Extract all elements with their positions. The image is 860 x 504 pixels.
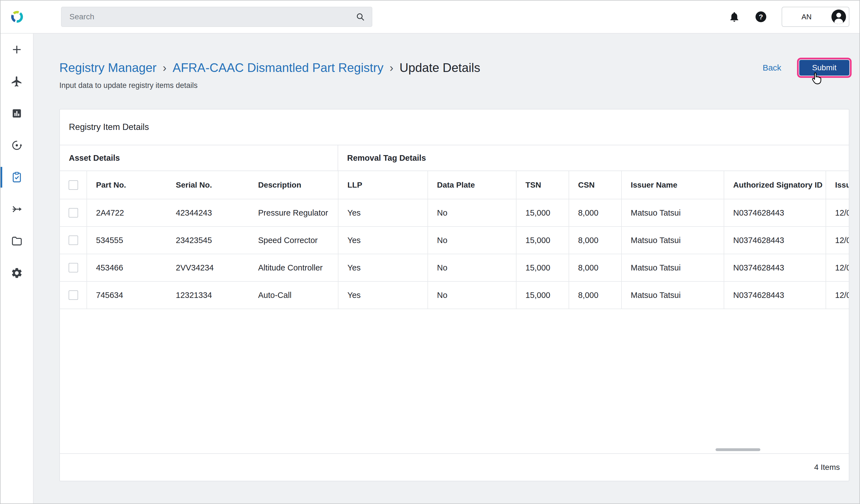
items-count: 4 Items [814, 463, 840, 472]
logo-icon [10, 10, 24, 24]
page-header: Registry Manager › AFRA-CAAC Dismantled … [59, 59, 849, 76]
row-checkbox[interactable] [69, 235, 78, 245]
top-bar: ? AN [1, 1, 859, 33]
clipboard-check-icon [11, 171, 23, 183]
cell-llp: Yes [338, 254, 428, 282]
cell-csn: 8,000 [569, 254, 621, 282]
sidebar-item-registry[interactable] [1, 161, 33, 193]
sidebar [1, 33, 33, 503]
table-empty-area [60, 309, 849, 453]
table-row: 4534662VV34234Altitude ControllerYesNo15… [60, 254, 849, 282]
sidebar-item-reports[interactable] [1, 98, 33, 129]
bell-icon [728, 11, 740, 23]
select-all-cell [60, 171, 87, 199]
cell-part-no: 453466 [87, 254, 167, 282]
cell-part-no: 745634 [87, 282, 167, 309]
row-select-cell [60, 199, 87, 227]
select-all-checkbox[interactable] [69, 180, 78, 190]
cell-issuer-name: Matsuo Tatsui [621, 199, 724, 227]
cell-issu: 12/0 [826, 282, 849, 309]
cell-authorized-signatory-id: N0374628443 [724, 282, 826, 309]
airplane-icon [11, 75, 23, 88]
row-checkbox[interactable] [69, 290, 78, 300]
cell-description: Speed Corrector [249, 227, 338, 254]
search-icon[interactable] [356, 12, 365, 21]
cell-serial-no: 12321334 [167, 282, 249, 309]
col-header-issu: Issu [826, 171, 849, 199]
column-group-row: Asset Details Removal Tag Details [60, 145, 849, 171]
col-header-tsn: TSN [516, 171, 569, 199]
user-initials: AN [782, 13, 831, 21]
registry-details-card: Registry Item Details Asset Details Remo… [59, 109, 849, 481]
cell-issuer-name: Matsuo Tatsui [621, 227, 724, 254]
cell-tsn: 15,000 [516, 199, 569, 227]
cell-csn: 8,000 [569, 199, 621, 227]
cell-serial-no: 42344243 [167, 199, 249, 227]
user-menu[interactable]: AN [782, 7, 849, 27]
breadcrumb-separator: › [163, 59, 166, 76]
cell-issu: 12/0 [826, 254, 849, 282]
cell-tsn: 15,000 [516, 282, 569, 309]
cell-description: Altitude Controller [249, 254, 338, 282]
page-title: Update Details [400, 59, 481, 76]
cell-llp: Yes [338, 282, 428, 309]
notifications-button[interactable] [728, 11, 740, 23]
col-header-data-plate: Data Plate [428, 171, 516, 199]
card-title: Registry Item Details [60, 110, 849, 145]
svg-text:?: ? [759, 13, 763, 21]
cell-csn: 8,000 [569, 227, 621, 254]
col-header-authorized-signatory-id: Authorized Signatory ID [724, 171, 826, 199]
gear-icon [11, 267, 23, 279]
card-footer: 4 Items [60, 453, 849, 481]
sidebar-item-files[interactable] [1, 225, 33, 257]
table-row: 53455523423545Speed CorrectorYesNo15,000… [60, 227, 849, 254]
row-select-cell [60, 282, 87, 309]
sidebar-item-add[interactable] [1, 33, 33, 66]
row-checkbox[interactable] [69, 263, 78, 272]
cell-serial-no: 2VV34234 [167, 254, 249, 282]
search-box [61, 7, 372, 27]
cell-authorized-signatory-id: N0374628443 [724, 254, 826, 282]
sidebar-item-aircraft[interactable] [1, 66, 33, 98]
breadcrumb-registry-name[interactable]: AFRA-CAAC Dismantled Part Registry [173, 59, 384, 76]
bar-chart-icon [11, 107, 23, 119]
app-window: ? AN [0, 0, 860, 504]
cell-data-plate: No [428, 199, 516, 227]
search-input[interactable] [68, 12, 356, 22]
submit-button[interactable]: Submit [799, 60, 849, 76]
cell-csn: 8,000 [569, 282, 621, 309]
topbar-actions: ? AN [728, 7, 859, 27]
cell-tsn: 15,000 [516, 227, 569, 254]
group-header-asset-details: Asset Details [60, 145, 338, 171]
cell-issu: 12/0 [826, 227, 849, 254]
cell-llp: Yes [338, 199, 428, 227]
col-header-description: Description [249, 171, 338, 199]
breadcrumb: Registry Manager › AFRA-CAAC Dismantled … [59, 59, 763, 76]
page-actions: Back Submit [763, 60, 849, 76]
row-checkbox[interactable] [69, 208, 78, 218]
cell-data-plate: No [428, 254, 516, 282]
group-header-removal-tag-details: Removal Tag Details [338, 145, 849, 171]
registry-items-table: Part No.Serial No.DescriptionLLPData Pla… [60, 171, 849, 309]
table-row: 2A472242344243Pressure RegulatorYesNo15,… [60, 199, 849, 227]
sidebar-item-tracking[interactable] [1, 129, 33, 161]
horizontal-scrollbar[interactable] [716, 448, 760, 451]
cell-data-plate: No [428, 227, 516, 254]
cell-authorized-signatory-id: N0374628443 [724, 199, 826, 227]
row-select-cell [60, 227, 87, 254]
cell-part-no: 2A4722 [87, 199, 167, 227]
table-body: 2A472242344243Pressure RegulatorYesNo15,… [60, 199, 849, 309]
cell-description: Pressure Regulator [249, 199, 338, 227]
breadcrumb-registry-manager[interactable]: Registry Manager [59, 59, 157, 76]
app-logo[interactable] [1, 10, 33, 24]
help-button[interactable]: ? [755, 11, 767, 23]
sidebar-item-settings[interactable] [1, 257, 33, 289]
sidebar-item-transfers[interactable] [1, 193, 33, 225]
cell-data-plate: No [428, 282, 516, 309]
table-header-row: Part No.Serial No.DescriptionLLPData Pla… [60, 171, 849, 199]
plus-icon [11, 43, 23, 56]
back-button[interactable]: Back [763, 63, 781, 73]
col-header-part-no: Part No. [87, 171, 167, 199]
cell-serial-no: 23423545 [167, 227, 249, 254]
cell-authorized-signatory-id: N0374628443 [724, 227, 826, 254]
